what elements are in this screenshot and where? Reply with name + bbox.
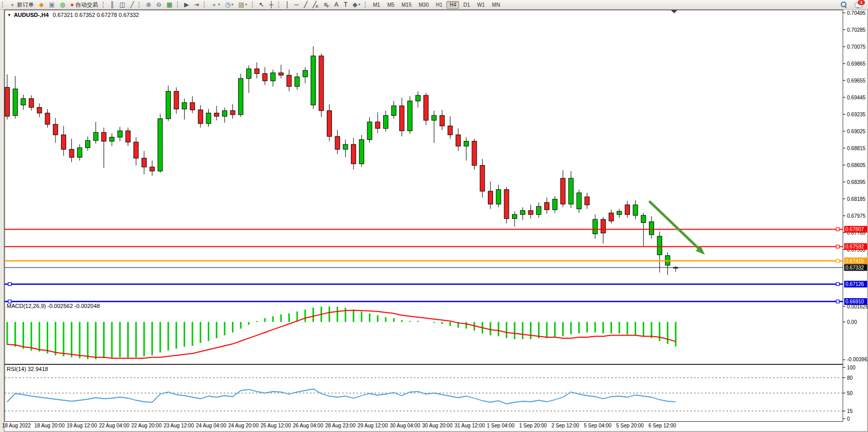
- periods-clock-icon: ◷: [225, 1, 230, 8]
- timeframe-button-m1[interactable]: M1: [370, 1, 383, 9]
- line-handle[interactable]: [8, 282, 11, 285]
- toolbar-group-handle[interactable]: [2, 2, 5, 8]
- candle-up: [21, 98, 26, 105]
- text-icon[interactable]: A: [332, 0, 341, 9]
- line-handle[interactable]: [836, 259, 839, 262]
- date-axis-label: 6 Sep 12:00: [648, 423, 676, 428]
- trendline-icon: ╱: [304, 1, 307, 8]
- price-tick-label: 0.70285: [847, 27, 866, 33]
- candle-up: [496, 190, 501, 204]
- timeframe-button-m30[interactable]: M30: [416, 1, 431, 9]
- terminal-icon: ▣: [49, 1, 54, 8]
- candle-down: [5, 87, 10, 116]
- equidistant-channel-icon[interactable]: ╱E: [310, 0, 321, 9]
- templates-icon[interactable]: ▤▾: [236, 0, 249, 9]
- timeframe-button-w1[interactable]: W1: [474, 1, 488, 9]
- timeframe-button-d1[interactable]: D1: [460, 1, 473, 9]
- candle-down: [400, 106, 404, 131]
- toolbar-group-handle[interactable]: [278, 2, 281, 8]
- candle-up: [239, 78, 243, 115]
- candle-down: [456, 135, 461, 146]
- arrows-shapes-icon[interactable]: ◆▾: [350, 0, 362, 9]
- line-chart-icon[interactable]: ╱: [128, 0, 136, 9]
- candle-up: [303, 70, 307, 77]
- candle-down: [480, 166, 485, 191]
- candle-down: [254, 69, 259, 73]
- add-indicator-icon-dropdown[interactable]: ▾: [218, 3, 220, 7]
- toolbar-group-handle[interactable]: [365, 2, 368, 8]
- search-icon[interactable]: [840, 1, 847, 8]
- line-handle[interactable]: [836, 245, 839, 248]
- horizontal-line-icon[interactable]: ─: [292, 0, 301, 9]
- price-line-label: 0.67126: [845, 281, 864, 287]
- signals-icon: ◍: [60, 1, 65, 8]
- fibonacci-icon[interactable]: ≡F: [322, 0, 331, 9]
- rsi-axis-label: 80: [847, 375, 853, 381]
- vertical-line-icon[interactable]: │: [283, 0, 291, 9]
- candle-down: [126, 131, 130, 142]
- price-tick-label: 0.68395: [847, 179, 866, 185]
- candle-down: [190, 102, 195, 110]
- autotrading-button[interactable]: ●自动交易: [68, 0, 100, 9]
- candle-up: [633, 205, 638, 215]
- timeframe-button-m15[interactable]: M15: [399, 1, 415, 9]
- text-label-icon[interactable]: T: [342, 0, 349, 9]
- timeframe-button-m5[interactable]: M5: [384, 1, 398, 9]
- line-handle[interactable]: [836, 228, 839, 231]
- macd-axis-label: 0.00: [847, 319, 857, 325]
- date-axis-label: 18 Aug 20:00: [34, 423, 65, 428]
- chart-context-arrow-icon[interactable]: ▼: [7, 13, 11, 17]
- candle-up: [222, 111, 227, 116]
- candle-up: [553, 199, 557, 210]
- chart-area: 0.704950.702850.700750.698650.696550.694…: [0, 0, 868, 432]
- tile-windows-icon[interactable]: ▦: [165, 0, 174, 9]
- candlestick-chart-icon[interactable]: ◫: [117, 0, 127, 9]
- periods-clock-icon[interactable]: ◷▾: [223, 0, 235, 9]
- date-axis-label: 1 Sep 20:00: [519, 423, 547, 428]
- candle-up: [295, 77, 300, 87]
- gold-icon: ◆: [39, 1, 44, 8]
- cursor-icon[interactable]: ↖: [257, 0, 266, 9]
- toolbar-group-handle[interactable]: [252, 2, 255, 8]
- toolbar-group-handle[interactable]: [177, 2, 180, 8]
- line-handle[interactable]: [836, 282, 839, 285]
- date-axis-label: 30 Aug 20:00: [422, 423, 452, 428]
- horizontal-line-icon: ─: [294, 1, 299, 8]
- notifications-icon[interactable]: 1: [855, 2, 863, 8]
- trendline-icon[interactable]: ╱: [302, 0, 309, 9]
- autotrading-button: ●: [70, 1, 74, 8]
- signals-icon[interactable]: ◍: [58, 0, 67, 9]
- chart-shift-icon: ⇥: [194, 1, 199, 8]
- candle-down: [263, 74, 267, 81]
- arrows-shapes-icon-dropdown[interactable]: ▾: [358, 3, 360, 7]
- chart-shift-icon[interactable]: ⇥: [192, 0, 201, 9]
- crosshair-icon[interactable]: ┼: [267, 0, 276, 9]
- toolbar-group-handle[interactable]: [103, 2, 106, 8]
- new-order-button[interactable]: ＋新订单: [7, 0, 36, 9]
- toolbar-group-handle[interactable]: [204, 2, 207, 8]
- zoom-in-icon[interactable]: ⊕: [144, 0, 153, 9]
- terminal-icon[interactable]: ▣: [47, 0, 56, 9]
- timeframe-button-mn[interactable]: MN: [489, 1, 503, 9]
- timeframe-button-h1[interactable]: H1: [433, 1, 446, 9]
- toolbar-group-handle[interactable]: [139, 2, 142, 8]
- date-axis-label: 2 Sep 12:00: [551, 423, 579, 428]
- templates-icon-dropdown[interactable]: ▾: [245, 3, 247, 7]
- line-handle[interactable]: [836, 300, 839, 303]
- timeframe-button-h4[interactable]: H4: [446, 1, 459, 9]
- candle-down: [376, 122, 380, 129]
- line-handle[interactable]: [8, 300, 11, 303]
- candle-down: [287, 75, 291, 87]
- gold-icon[interactable]: ◆: [37, 0, 46, 9]
- auto-scroll-icon[interactable]: ▶: [182, 0, 191, 9]
- add-indicator-icon: ＋: [211, 1, 217, 8]
- candle-up: [158, 119, 163, 171]
- price-tick-label: 0.69865: [847, 61, 866, 67]
- new-order-button-label: 新订单: [17, 1, 34, 9]
- add-indicator-icon[interactable]: ＋▾: [209, 0, 222, 9]
- rsi-axis-label: 50: [847, 390, 853, 396]
- zoom-out-icon[interactable]: ⊖: [154, 0, 163, 9]
- periods-clock-icon-dropdown[interactable]: ▾: [231, 3, 233, 7]
- bar-chart-icon[interactable]: ║: [108, 0, 116, 9]
- date-axis-label: 30 Aug 04:00: [390, 423, 420, 428]
